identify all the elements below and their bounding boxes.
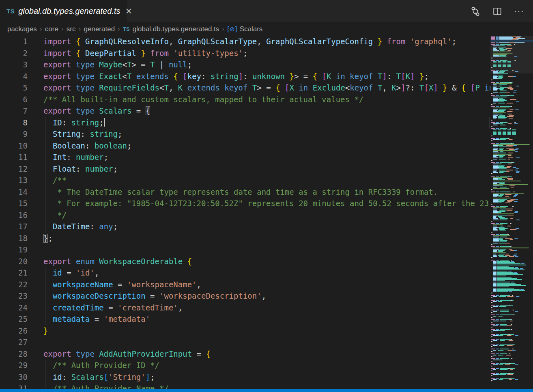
- line-number[interactable]: 28: [0, 348, 28, 360]
- code-line-6[interactable]: 6/** All built-in and custom scalars, ma…: [0, 94, 490, 106]
- symbol-type-icon: [⊘]: [227, 26, 237, 33]
- code-line-1[interactable]: 1import { GraphQLResolveInfo, GraphQLSca…: [0, 36, 490, 47]
- code-line-text: Boolean: boolean;: [43, 140, 131, 152]
- code-line-8[interactable]: 8 ID: string;: [0, 117, 490, 129]
- breadcrumb-item-core[interactable]: core: [45, 25, 58, 33]
- code-line-27[interactable]: 27: [0, 336, 490, 348]
- code-line-text: workspaceName = 'workspaceName',: [43, 279, 201, 291]
- code-line-2[interactable]: 2import { DeepPartial } from 'utility-ty…: [0, 47, 490, 59]
- code-line-11[interactable]: 11 Int: number;: [0, 151, 490, 163]
- line-number[interactable]: 4: [0, 71, 28, 82]
- code-line-7[interactable]: 7export type Scalars = {: [0, 105, 490, 117]
- code-line-text: import { GraphQLResolveInfo, GraphQLScal…: [43, 36, 456, 47]
- line-number[interactable]: 12: [0, 163, 28, 175]
- code-line-20[interactable]: 20export enum WorkspaceOrderable {: [0, 256, 490, 267]
- line-number[interactable]: 31: [0, 383, 28, 389]
- code-line-text: id = 'id',: [43, 267, 99, 279]
- chevron-right-icon: ›: [222, 26, 224, 33]
- editor-content[interactable]: 1import { GraphQLResolveInfo, GraphQLSca…: [0, 36, 490, 389]
- breadcrumb: packages›core›src›generated›TSglobal.db.…: [0, 22, 533, 36]
- line-number[interactable]: 25: [0, 313, 28, 325]
- code-line-text: * The DateTime scalar type represents da…: [43, 186, 438, 198]
- breadcrumb-label: Scalars: [240, 25, 263, 33]
- code-line-12[interactable]: 12 Float: number;: [0, 163, 490, 175]
- minimap-canvas: [490, 36, 533, 389]
- code-line-16[interactable]: 16 */: [0, 209, 490, 221]
- code-line-19[interactable]: 19: [0, 244, 490, 256]
- line-number[interactable]: 22: [0, 279, 28, 291]
- more-actions-button[interactable]: ···: [514, 6, 524, 17]
- code-line-text: /**: [43, 174, 67, 186]
- close-tab-icon[interactable]: ×: [125, 7, 132, 15]
- breadcrumb-item-generated[interactable]: generated: [84, 25, 115, 33]
- code-line-25[interactable]: 25 metadata = 'metadata': [0, 313, 490, 325]
- code-line-15[interactable]: 15 * For example: "1985-04-12T23:20:50.5…: [0, 198, 490, 209]
- breadcrumb-item-scalars[interactable]: [⊘]Scalars: [227, 25, 262, 33]
- line-number[interactable]: 30: [0, 371, 28, 383]
- line-number[interactable]: 9: [0, 128, 28, 140]
- code-line-10[interactable]: 10 Boolean: boolean;: [0, 140, 490, 152]
- line-number[interactable]: 17: [0, 221, 28, 233]
- line-number[interactable]: 23: [0, 290, 28, 302]
- line-number[interactable]: 5: [0, 82, 28, 94]
- code-line-26[interactable]: 26}: [0, 325, 490, 337]
- code-line-21[interactable]: 21 id = 'id',: [0, 267, 490, 279]
- line-number[interactable]: 26: [0, 325, 28, 337]
- code-line-31[interactable]: 31 /** Auth Provider Name */: [0, 383, 490, 389]
- code-line-text: metadata = 'metadata': [43, 313, 150, 325]
- breadcrumb-label: core: [45, 25, 58, 33]
- line-number[interactable]: 13: [0, 174, 28, 186]
- code-line-30[interactable]: 30 id: Scalars['String'];: [0, 371, 490, 383]
- line-number[interactable]: 21: [0, 267, 28, 279]
- code-line-text: }: [43, 325, 48, 337]
- code-line-text: Int: number;: [43, 151, 108, 163]
- code-line-29[interactable]: 29 /** Auth Provider ID */: [0, 360, 490, 371]
- breadcrumb-item-src[interactable]: src: [67, 25, 76, 33]
- line-number[interactable]: 1: [0, 36, 28, 47]
- current-line-highlight: [37, 117, 490, 129]
- line-number[interactable]: 15: [0, 198, 28, 209]
- breadcrumb-item-global-db-types-generated-ts[interactable]: TSglobal.db.types.generated.ts: [123, 25, 219, 33]
- code-line-17[interactable]: 17 DateTime: any;: [0, 221, 490, 233]
- code-line-22[interactable]: 22 workspaceName = 'workspaceName',: [0, 279, 490, 291]
- text-cursor: [104, 118, 105, 127]
- minimap[interactable]: [490, 36, 533, 389]
- line-number[interactable]: 20: [0, 256, 28, 267]
- code-line-5[interactable]: 5export type RequireFields<T, K extends …: [0, 82, 490, 94]
- code-line-9[interactable]: 9 String: string;: [0, 128, 490, 140]
- line-number[interactable]: 7: [0, 105, 28, 117]
- editor-actions: ···: [470, 0, 533, 22]
- line-number[interactable]: 11: [0, 151, 28, 163]
- line-number[interactable]: 10: [0, 140, 28, 152]
- code-line-23[interactable]: 23 workspaceDescription = 'workspaceDesc…: [0, 290, 490, 302]
- line-number[interactable]: 2: [0, 47, 28, 59]
- code-editor[interactable]: 1import { GraphQLResolveInfo, GraphQLSca…: [0, 36, 533, 389]
- code-line-text: ID: string;: [43, 117, 105, 129]
- code-line-28[interactable]: 28export type AddAuthProviderInput = {: [0, 348, 490, 360]
- tab-global-db-types-generated[interactable]: TS global.db.types.generated.ts ×: [0, 0, 127, 22]
- line-number[interactable]: 6: [0, 94, 28, 106]
- breadcrumb-item-packages[interactable]: packages: [7, 25, 37, 33]
- split-editor-button[interactable]: [492, 6, 503, 17]
- code-line-18[interactable]: 18};: [0, 233, 490, 244]
- line-number[interactable]: 14: [0, 186, 28, 198]
- editor-tab-bar: TS global.db.types.generated.ts ×: [0, 0, 533, 22]
- line-number[interactable]: 16: [0, 209, 28, 221]
- code-line-4[interactable]: 4export type Exact<T extends { [key: str…: [0, 71, 490, 82]
- line-number[interactable]: 19: [0, 244, 28, 256]
- line-number[interactable]: 3: [0, 59, 28, 71]
- line-number[interactable]: 18: [0, 233, 28, 244]
- line-number[interactable]: 24: [0, 302, 28, 314]
- open-changes-button[interactable]: [470, 6, 481, 17]
- chevron-right-icon: ›: [118, 26, 120, 33]
- code-line-13[interactable]: 13 /**: [0, 174, 490, 186]
- minimap-cursor-line: [490, 41, 533, 41]
- code-line-24[interactable]: 24 createdTime = 'createdTime',: [0, 302, 490, 314]
- line-number[interactable]: 8: [0, 117, 28, 129]
- status-bar[interactable]: [0, 389, 533, 392]
- code-line-14[interactable]: 14 * The DateTime scalar type represents…: [0, 186, 490, 198]
- line-number[interactable]: 27: [0, 336, 28, 348]
- line-number[interactable]: 29: [0, 360, 28, 371]
- code-line-text: DateTime: any;: [43, 221, 118, 233]
- code-line-3[interactable]: 3export type Maybe<T> = T | null;: [0, 59, 490, 71]
